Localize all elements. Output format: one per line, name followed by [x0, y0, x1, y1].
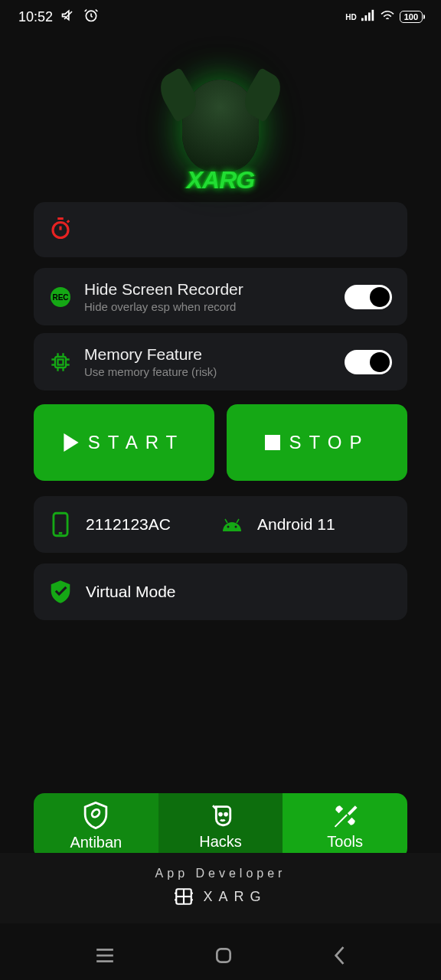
device-model: 2112123AC	[86, 515, 171, 534]
svg-rect-3	[364, 15, 367, 21]
tab-antiban[interactable]: Antiban	[34, 793, 158, 859]
svg-rect-10	[58, 359, 64, 364]
svg-point-18	[90, 808, 101, 818]
alarm-icon	[83, 8, 99, 27]
nav-back-icon[interactable]	[332, 946, 346, 969]
mute-icon	[60, 8, 76, 27]
battery-indicator: 100	[400, 11, 423, 23]
memory-toggle[interactable]	[345, 350, 392, 374]
svg-rect-2	[361, 18, 364, 21]
shield-check-icon	[49, 580, 72, 603]
hide-recorder-row: REC Hide Screen Recorder Hide overlay es…	[34, 268, 407, 325]
footer-title: App Developer	[0, 867, 441, 880]
device-os: Android 11	[257, 515, 335, 534]
tab-antiban-label: Antiban	[70, 834, 122, 851]
start-label: START	[88, 432, 185, 453]
chip-icon	[49, 351, 72, 374]
hide-recorder-title: Hide Screen Recorder	[84, 280, 332, 299]
timer-card[interactable]	[34, 202, 407, 257]
svg-rect-31	[217, 949, 230, 962]
hide-recorder-subtitle: Hide overlay esp when record	[84, 300, 332, 313]
hd-badge: HD	[345, 13, 356, 21]
svg-point-15	[235, 526, 237, 528]
mask-icon	[207, 802, 234, 828]
device-info-card: 2112123AC Android 11	[34, 496, 407, 553]
tab-hacks-label: Hacks	[199, 833, 242, 851]
svg-rect-5	[371, 9, 374, 20]
tab-tools[interactable]: Tools	[283, 793, 407, 859]
logo-text: XARG	[187, 166, 254, 194]
rec-icon: REC	[49, 286, 72, 309]
phone-icon	[49, 513, 72, 536]
nav-recent-icon[interactable]	[95, 948, 115, 966]
virtual-mode-label: Virtual Mode	[86, 583, 176, 601]
memory-subtitle: Use memory feature (risk)	[84, 365, 332, 378]
hide-recorder-toggle[interactable]	[345, 285, 392, 309]
svg-rect-9	[55, 357, 66, 368]
svg-line-17	[237, 519, 239, 523]
svg-line-16	[225, 519, 227, 523]
status-bar: 10:52 HD 100	[0, 0, 441, 34]
footer: App Developer XARG	[0, 853, 441, 923]
shield-icon	[83, 802, 109, 829]
stop-icon	[265, 435, 280, 450]
nav-home-icon[interactable]	[214, 946, 234, 969]
clock: 10:52	[18, 9, 53, 25]
memory-title: Memory Feature	[84, 345, 332, 364]
svg-point-14	[227, 526, 230, 528]
wifi-icon	[380, 9, 395, 25]
svg-rect-11	[265, 435, 280, 450]
svg-rect-4	[368, 12, 371, 21]
svg-point-19	[220, 813, 222, 815]
tab-hacks[interactable]: Hacks	[158, 793, 283, 859]
play-icon	[64, 433, 79, 452]
svg-text:REC: REC	[52, 293, 68, 302]
svg-point-20	[225, 813, 227, 815]
grid-icon	[174, 887, 194, 906]
stopwatch-icon	[49, 217, 72, 243]
stop-label: STOP	[289, 432, 370, 453]
tab-tools-label: Tools	[327, 833, 363, 851]
bottom-tabs: Antiban Hacks Tools	[34, 793, 407, 859]
virtual-mode-card: Virtual Mode	[34, 564, 407, 620]
system-navbar	[0, 934, 441, 980]
start-button[interactable]: START	[34, 404, 214, 481]
android-icon	[220, 513, 243, 536]
footer-brand-text: XARG	[203, 889, 266, 905]
signal-icon	[361, 9, 375, 25]
tools-icon	[332, 802, 358, 828]
app-logo: XARG	[0, 49, 441, 202]
memory-feature-row: Memory Feature Use memory feature (risk)	[34, 333, 407, 390]
stop-button[interactable]: STOP	[227, 404, 407, 481]
